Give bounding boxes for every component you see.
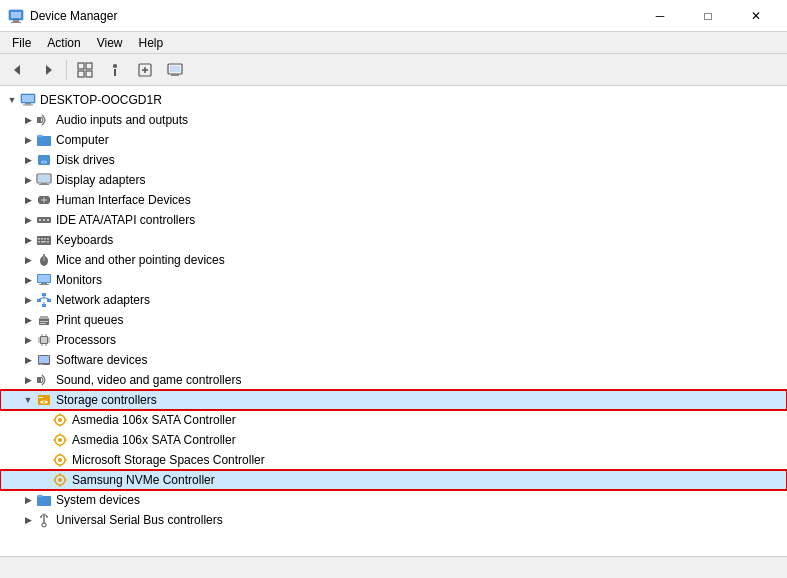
tree-item-storage[interactable]: ▼ Storage controllers [0,390,787,410]
tree-item-computer[interactable]: ▶ Computer [0,130,787,150]
svg-rect-41 [41,238,43,240]
svg-rect-16 [170,66,180,72]
svg-rect-58 [42,304,46,307]
svg-rect-57 [47,299,51,302]
svg-rect-54 [39,284,49,285]
svg-rect-17 [171,74,179,76]
expand-mice[interactable]: ▶ [20,252,36,268]
svg-rect-82 [37,377,41,383]
expand-print[interactable]: ▶ [20,312,36,328]
expand-root[interactable]: ▼ [4,92,20,108]
expand-ide[interactable]: ▶ [20,212,36,228]
expand-network[interactable]: ▶ [20,292,36,308]
close-button[interactable]: ✕ [733,0,779,32]
expand-usb[interactable]: ▶ [20,512,36,528]
menu-file[interactable]: File [4,34,39,52]
tree-item-mice[interactable]: ▶ Mice and other pointing devices [0,250,787,270]
svg-line-60 [39,298,44,300]
hid-label: Human Interface Devices [56,193,191,207]
svg-rect-96 [37,495,43,497]
asmedia2-label: Asmedia 106x SATA Controller [72,433,236,447]
tree-item-usb[interactable]: ▶ Universal Serial Bus controllers [0,510,787,530]
system-label: System devices [56,493,140,507]
properties-button[interactable] [101,57,129,83]
ide-icon [36,212,52,228]
tree-item-display[interactable]: ▶ Display adapters [0,170,787,190]
svg-rect-31 [39,184,49,185]
root-label: DESKTOP-OOCGD1R [40,93,162,107]
system-icon [36,492,52,508]
tree-item-processors[interactable]: ▶ Processors [0,330,787,350]
tree-item-system[interactable]: ▶ System devices [0,490,787,510]
tree-item-audio[interactable]: ▶ Audio inputs and outputs [0,110,787,130]
svg-rect-7 [86,63,92,69]
svg-marker-4 [14,65,20,75]
expand-display[interactable]: ▶ [20,172,36,188]
tree-item-ide[interactable]: ▶ IDE ATA/ATAPI controllers [0,210,787,230]
storage-label: Storage controllers [56,393,157,407]
toolbar-separator-1 [66,60,67,80]
expand-computer[interactable]: ▶ [20,132,36,148]
network-icon [36,292,52,308]
expand-software[interactable]: ▶ [20,352,36,368]
restore-button[interactable]: □ [685,0,731,32]
tree-item-mss[interactable]: Microsoft Storage Spaces Controller [0,450,787,470]
svg-rect-43 [47,238,49,240]
sound-label: Sound, video and game controllers [56,373,241,387]
tree-item-root[interactable]: ▼ DESKTOP-OOCGD1R [0,90,787,110]
tree-item-samsung[interactable]: Samsung NVMe Controller [0,470,787,490]
computer-label: Computer [56,133,109,147]
expand-processors[interactable]: ▶ [20,332,36,348]
svg-rect-81 [39,364,43,365]
expand-disk[interactable]: ▶ [20,152,36,168]
tree-item-monitors[interactable]: ▶ Monitors [0,270,787,290]
network-label: Network adapters [56,293,150,307]
mice-label: Mice and other pointing devices [56,253,225,267]
svg-rect-64 [40,316,48,319]
expand-keyboards[interactable]: ▶ [20,232,36,248]
expand-sound[interactable]: ▶ [20,372,36,388]
device-tree[interactable]: ▼ DESKTOP-OOCGD1R ▶ Audio [0,86,787,556]
hid-icon [36,192,52,208]
tree-item-disk[interactable]: ▶ Disk drives [0,150,787,170]
processor-icon [36,332,52,348]
nvme-icon [52,472,68,488]
show-hide-button[interactable] [71,57,99,83]
update-driver-button[interactable] [131,57,159,83]
menu-view[interactable]: View [89,34,131,52]
sound-icon [36,372,52,388]
svg-rect-46 [47,241,49,243]
expand-audio[interactable]: ▶ [20,112,36,128]
console-button[interactable] [161,57,189,83]
monitor-icon [36,272,52,288]
expand-monitors[interactable]: ▶ [20,272,36,288]
mss-label: Microsoft Storage Spaces Controller [72,453,265,467]
expand-hid[interactable]: ▶ [20,192,36,208]
storage-icon [36,392,52,408]
tree-item-hid[interactable]: ▶ Human Interface Devices [0,190,787,210]
tree-item-keyboards[interactable]: ▶ Keyboards [0,230,787,250]
svg-point-92 [58,458,62,462]
menu-action[interactable]: Action [39,34,88,52]
tree-item-software[interactable]: ▶ Software devices [0,350,787,370]
audio-icon [36,112,52,128]
svg-rect-11 [114,69,116,76]
svg-rect-21 [23,105,33,106]
menu-help[interactable]: Help [131,34,172,52]
svg-rect-66 [40,323,46,324]
tree-item-print[interactable]: ▶ Print queues [0,310,787,330]
forward-button[interactable] [34,57,62,83]
svg-rect-42 [44,238,46,240]
tree-item-asmedia2[interactable]: Asmedia 106x SATA Controller [0,430,787,450]
minimize-button[interactable]: ─ [637,0,683,32]
tree-item-asmedia1[interactable]: Asmedia 106x SATA Controller [0,410,787,430]
software-label: Software devices [56,353,147,367]
print-label: Print queues [56,313,123,327]
expand-storage[interactable]: ▼ [20,392,36,408]
tree-item-sound[interactable]: ▶ Sound, video and game controllers [0,370,787,390]
expand-system[interactable]: ▶ [20,492,36,508]
svg-point-94 [58,478,62,482]
tree-item-network[interactable]: ▶ Network adapters [0,290,787,310]
sata-icon-1 [52,412,68,428]
back-button[interactable] [4,57,32,83]
